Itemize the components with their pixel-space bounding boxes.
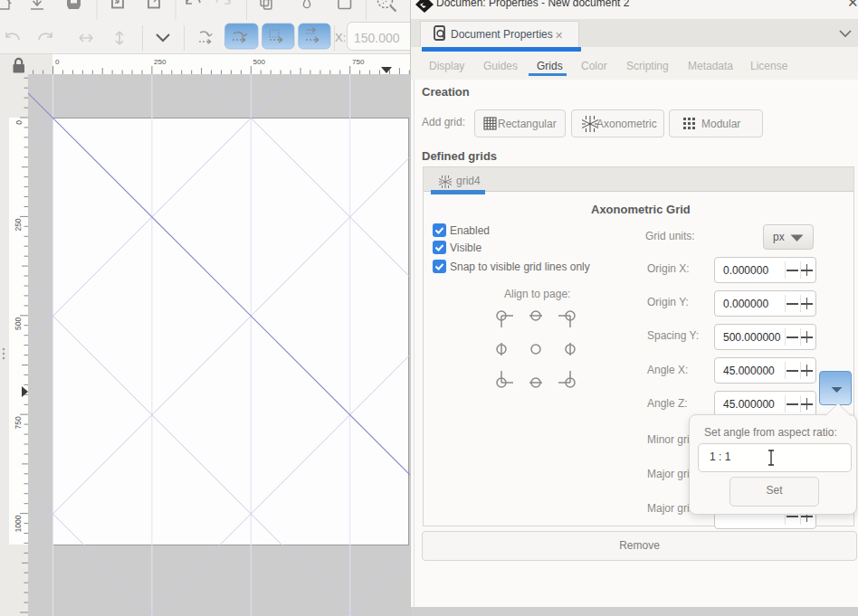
svg-text:150.000: 150.000 (354, 31, 400, 45)
svg-text:X:: X: (335, 31, 346, 44)
svg-text:750: 750 (352, 58, 365, 66)
svg-text:1000: 1000 (14, 515, 24, 532)
svg-text:500: 500 (14, 317, 24, 330)
svg-text:250: 250 (14, 218, 24, 231)
svg-text:0: 0 (14, 120, 24, 125)
svg-text:750: 750 (14, 416, 24, 429)
svg-text:250: 250 (154, 58, 167, 66)
svg-text:500: 500 (253, 58, 266, 66)
svg-text:0: 0 (55, 58, 60, 66)
